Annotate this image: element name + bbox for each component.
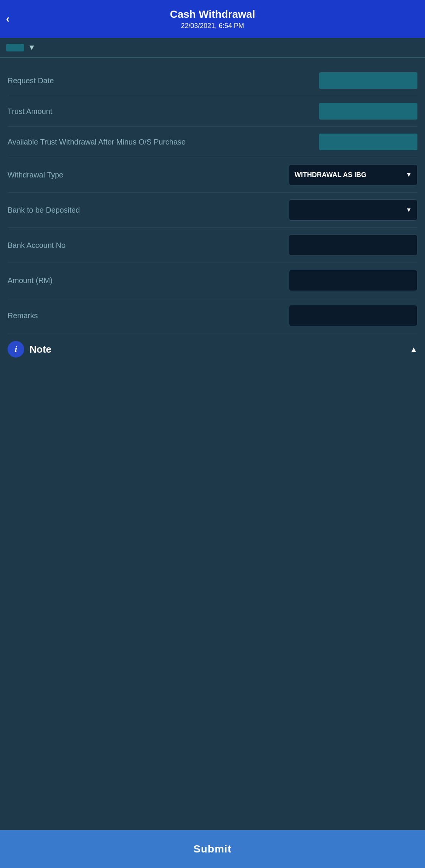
form-row-withdrawal-type: Withdrawal Type WITHDRAWAL AS IBG ▼ <box>8 157 417 193</box>
note-label: Note <box>29 344 51 355</box>
label-request-date: Request Date <box>8 76 192 86</box>
form-row-remarks: Remarks <box>8 298 417 333</box>
value-request-date <box>192 72 417 89</box>
value-available-trust <box>192 134 417 150</box>
header-date: 22/03/2021, 6:54 PM <box>170 22 255 30</box>
withdrawal-type-dropdown[interactable]: WITHDRAWAL AS IBG ▼ <box>289 164 417 185</box>
page-title: Cash Withdrawal <box>170 8 255 20</box>
amount-input[interactable] <box>289 270 417 291</box>
form-row-available-trust: Available Trust Withdrawal After Minus O… <box>8 127 417 157</box>
active-tab[interactable] <box>6 44 24 51</box>
trust-amount-box <box>319 103 417 120</box>
withdrawal-type-arrow: ▼ <box>406 171 412 178</box>
label-remarks: Remarks <box>8 311 192 320</box>
value-amount <box>192 270 417 291</box>
tab-dropdown-arrow[interactable]: ▼ <box>28 43 36 52</box>
note-section: i Note ▲ <box>8 333 417 365</box>
label-trust-amount: Trust Amount <box>8 106 192 116</box>
back-button[interactable]: ‹ <box>6 13 9 25</box>
submit-bar: Submit <box>0 830 425 868</box>
label-bank-deposited: Bank to be Deposited <box>8 205 192 215</box>
note-toggle-arrow[interactable]: ▲ <box>410 345 417 354</box>
note-left: i Note <box>8 341 51 358</box>
bank-deposited-arrow: ▼ <box>406 207 412 213</box>
form-row-bank-account: Bank Account No <box>8 228 417 263</box>
header-content: Cash Withdrawal 22/03/2021, 6:54 PM <box>170 8 255 30</box>
note-content-space <box>8 365 417 592</box>
form-row-trust-amount: Trust Amount <box>8 96 417 127</box>
form-container: Request Date Trust Amount Available Trus… <box>0 58 425 830</box>
value-remarks <box>192 305 417 326</box>
bank-deposited-dropdown[interactable]: ▼ <box>289 199 417 221</box>
value-trust-amount <box>192 103 417 120</box>
submit-button[interactable]: Submit <box>8 839 417 859</box>
value-bank-deposited: ▼ <box>192 199 417 221</box>
label-available-trust: Available Trust Withdrawal After Minus O… <box>8 137 192 147</box>
form-row-request-date: Request Date <box>8 65 417 96</box>
info-icon: i <box>8 341 24 358</box>
label-amount: Amount (RM) <box>8 275 192 285</box>
label-withdrawal-type: Withdrawal Type <box>8 170 192 180</box>
form-row-amount: Amount (RM) <box>8 263 417 298</box>
available-trust-box <box>319 134 417 150</box>
tab-bar: ▼ <box>0 38 425 58</box>
remarks-input[interactable] <box>289 305 417 326</box>
value-withdrawal-type: WITHDRAWAL AS IBG ▼ <box>192 164 417 185</box>
form-row-bank-deposited: Bank to be Deposited ▼ <box>8 193 417 228</box>
withdrawal-type-value: WITHDRAWAL AS IBG <box>295 171 366 179</box>
header: ‹ Cash Withdrawal 22/03/2021, 6:54 PM <box>0 0 425 38</box>
label-bank-account: Bank Account No <box>8 240 192 250</box>
bank-account-input[interactable] <box>289 235 417 256</box>
request-date-box <box>319 72 417 89</box>
value-bank-account <box>192 235 417 256</box>
